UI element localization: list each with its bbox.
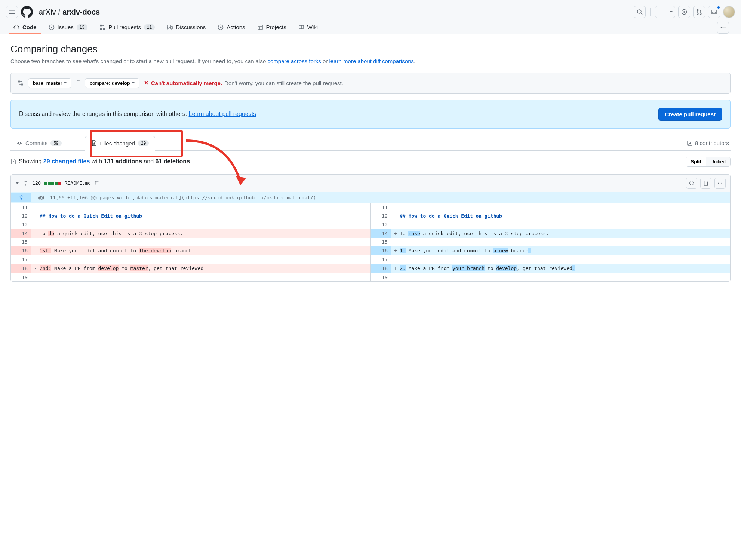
search-button[interactable] [634,6,646,18]
diff-stat-bar [44,182,61,185]
diff-stat: 120 [33,180,41,186]
file-diff-icon [10,159,16,164]
files-changed-tab[interactable]: Files changed 29 [85,136,156,151]
svg-point-2 [683,11,685,13]
svg-point-3 [697,9,698,11]
view-source-button[interactable] [686,178,697,189]
github-logo[interactable] [21,6,33,18]
more-tabs-button[interactable] [717,22,729,34]
issues-global-button[interactable] [678,6,690,18]
svg-point-8 [100,25,102,26]
hamburger-menu-button[interactable] [6,6,18,18]
svg-rect-19 [688,141,692,145]
issue-icon [49,24,55,30]
svg-point-10 [103,28,105,30]
tab-code[interactable]: Code [9,21,41,34]
discussions-icon [167,24,173,30]
caret-down-icon [64,81,67,84]
contributors-link[interactable]: 8 contributors [687,140,731,146]
diff-summary-text: Showing 29 changed files with 131 additi… [19,158,191,165]
x-icon: ✕ [144,80,149,86]
svg-point-4 [697,13,698,15]
svg-point-7 [51,27,52,28]
merge-status: ✕ Can't automatically merge. Don't worry… [144,80,343,86]
svg-point-0 [637,10,641,13]
create-new-dropdown[interactable] [667,6,675,18]
wiki-icon [298,24,304,30]
create-new-button[interactable] [655,6,667,18]
commits-icon [16,140,22,146]
svg-point-14 [723,27,724,28]
pull-requests-global-button[interactable] [693,6,705,18]
file-diff-icon [91,140,97,146]
code-icon [13,24,19,30]
hunk-header: @@ -11,66 +11,106 @@ pages with [mkdocs-… [11,192,730,203]
tab-projects[interactable]: Projects [253,21,291,34]
learn-pr-link[interactable]: Learn about pull requests [189,111,256,117]
breadcrumb-owner[interactable]: arXiv [39,8,56,16]
pr-banner: Discuss and review the changes in this c… [10,100,731,129]
tab-actions[interactable]: Actions [213,21,249,34]
compare-branch-button[interactable]: compare: develop [85,78,139,88]
file-name[interactable]: README.md [65,180,91,186]
breadcrumb: arXiv / arxiv-docs [39,8,100,16]
svg-point-20 [689,142,691,144]
notification-dot-icon [717,6,720,9]
collapse-file-button[interactable] [15,181,19,185]
diff-file: 120 README.md @@ -11,66 +11,106 @@ pages… [10,174,731,282]
expand-icon[interactable] [23,180,29,186]
people-icon [687,140,693,146]
svg-point-24 [721,182,722,183]
tab-wiki[interactable]: Wiki [294,21,322,34]
diff-help-link[interactable]: learn more about diff comparisons [329,58,414,64]
page-title: Comparing changes [10,43,731,55]
arrow-separator-icon: ←··· [76,78,80,88]
page-subtitle: Choose two branches to see what's change… [10,57,731,66]
copy-icon[interactable] [95,181,100,186]
svg-point-9 [100,28,102,30]
breadcrumb-separator: / [58,8,61,16]
base-branch-button[interactable]: base: master [28,78,71,88]
svg-point-13 [721,27,722,28]
breadcrumb-repo[interactable]: arxiv-docs [62,8,100,16]
view-file-button[interactable] [700,178,711,189]
svg-point-22 [718,182,719,183]
projects-icon [257,24,263,30]
pr-icon [99,24,105,30]
svg-point-15 [725,27,726,28]
svg-point-5 [700,13,701,15]
tab-discussions[interactable]: Discussions [162,21,210,34]
diff-view-toggle: Split Unified [686,157,731,167]
compare-icon [18,80,24,86]
actions-icon [218,24,224,30]
svg-rect-21 [96,182,99,185]
avatar[interactable] [723,6,735,18]
create-pr-button[interactable]: Create pull request [658,108,722,121]
caret-down-icon [132,81,135,84]
unified-view-button[interactable]: Unified [706,157,730,166]
svg-point-23 [720,182,720,183]
changed-files-link[interactable]: 29 changed files [43,158,90,164]
expand-hunk-button[interactable] [11,193,31,202]
svg-rect-12 [258,25,262,30]
svg-point-18 [18,142,21,144]
svg-point-16 [18,81,20,82]
tab-pull-requests[interactable]: Pull requests 11 [95,21,159,34]
split-view-button[interactable]: Split [686,157,706,166]
inbox-button[interactable] [708,6,720,18]
file-menu-button[interactable] [714,178,726,189]
svg-point-17 [21,84,23,85]
commits-tab[interactable]: Commits 59 [10,136,68,150]
tab-issues[interactable]: Issues 13 [44,21,92,34]
compare-forks-link[interactable]: compare across forks [267,58,321,64]
branch-selector-box: base: master ←··· compare: develop ✕ Can… [10,73,731,94]
